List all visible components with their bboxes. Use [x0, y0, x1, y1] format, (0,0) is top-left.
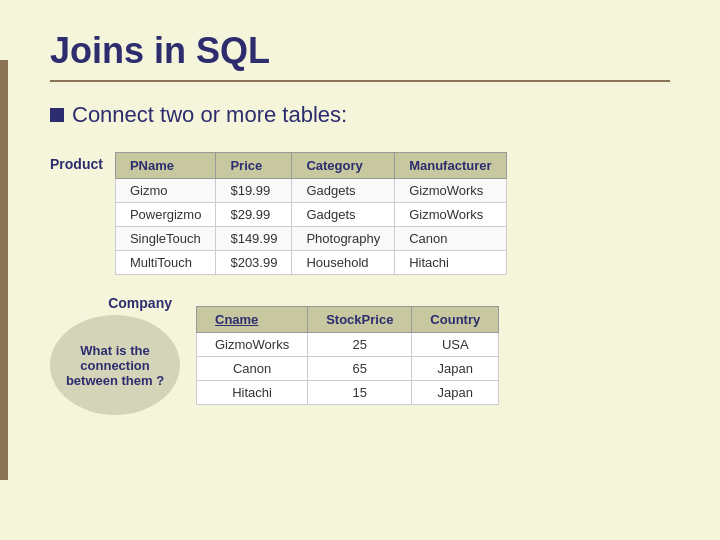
product-label: Product	[50, 156, 103, 172]
table-cell: Japan	[412, 380, 499, 404]
company-col-header: Cname	[197, 306, 308, 332]
table-row: MultiTouch$203.99HouseholdHitachi	[115, 251, 506, 275]
table-cell: Canon	[197, 356, 308, 380]
table-cell: Canon	[395, 227, 506, 251]
table-cell: $29.99	[216, 203, 292, 227]
product-col-header: Category	[292, 153, 395, 179]
company-col-header: Country	[412, 306, 499, 332]
table-cell: GizmoWorks	[197, 332, 308, 356]
table-cell: USA	[412, 332, 499, 356]
table-cell: Gadgets	[292, 203, 395, 227]
table-cell: GizmoWorks	[395, 203, 506, 227]
company-label: Company	[108, 295, 180, 311]
table-cell: Hitachi	[197, 380, 308, 404]
table-row: GizmoWorks25USA	[197, 332, 499, 356]
table-cell: 65	[308, 356, 412, 380]
table-cell: Hitachi	[395, 251, 506, 275]
table-cell: Japan	[412, 356, 499, 380]
table-row: Powergizmo$29.99GadgetsGizmoWorks	[115, 203, 506, 227]
table-row: Hitachi15Japan	[197, 380, 499, 404]
table-row: SingleTouch$149.99PhotographyCanon	[115, 227, 506, 251]
product-table: PNamePriceCategoryManufacturer Gizmo$19.…	[115, 152, 507, 275]
company-table: CnameStockPriceCountry GizmoWorks25USACa…	[196, 306, 499, 405]
product-section: Product PNamePriceCategoryManufacturer G…	[50, 152, 670, 275]
table-cell: MultiTouch	[115, 251, 216, 275]
table-cell: Gizmo	[115, 179, 216, 203]
table-cell: SingleTouch	[115, 227, 216, 251]
product-col-header: Manufacturer	[395, 153, 506, 179]
table-row: Canon65Japan	[197, 356, 499, 380]
title-underline	[50, 80, 670, 82]
table-cell: Gadgets	[292, 179, 395, 203]
table-cell: Photography	[292, 227, 395, 251]
bottom-row: Company What is the connection between t…	[50, 295, 670, 415]
company-col-header: StockPrice	[308, 306, 412, 332]
page-title: Joins in SQL	[50, 30, 670, 72]
table-cell: $203.99	[216, 251, 292, 275]
table-cell: $149.99	[216, 227, 292, 251]
bullet-icon	[50, 108, 64, 122]
subtitle: Connect two or more tables:	[50, 102, 670, 128]
table-cell: Powergizmo	[115, 203, 216, 227]
table-cell: 25	[308, 332, 412, 356]
table-cell: $19.99	[216, 179, 292, 203]
table-row: Gizmo$19.99GadgetsGizmoWorks	[115, 179, 506, 203]
table-cell: GizmoWorks	[395, 179, 506, 203]
product-col-header: PName	[115, 153, 216, 179]
product-col-header: Price	[216, 153, 292, 179]
accent-bar	[0, 60, 8, 480]
table-cell: Household	[292, 251, 395, 275]
what-is-box: What is the connection between them ?	[50, 315, 180, 415]
slide: Joins in SQL Connect two or more tables:…	[0, 0, 720, 540]
table-cell: 15	[308, 380, 412, 404]
